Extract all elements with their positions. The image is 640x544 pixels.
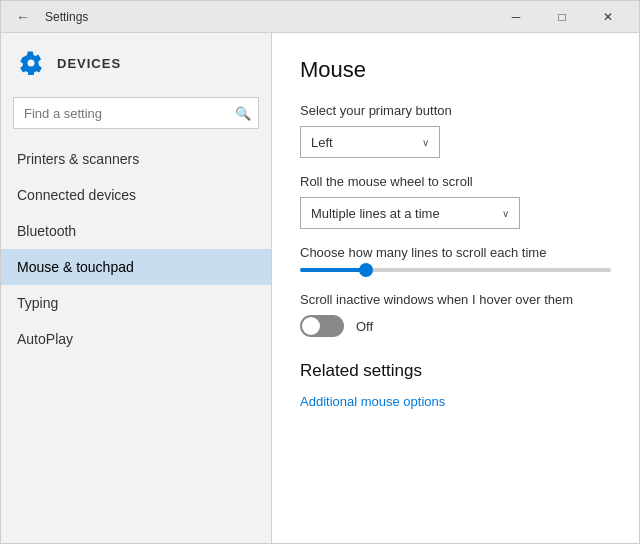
content-area: Mouse Select your primary button Left ∨ … <box>272 33 639 543</box>
toggle-knob <box>302 317 320 335</box>
toggle-row: Off <box>300 315 611 337</box>
nav-list: Printers & scanners Connected devices Bl… <box>1 141 271 357</box>
sidebar: DEVICES 🔍 Printers & scanners Connected … <box>1 33 271 543</box>
page-title: Mouse <box>300 57 611 83</box>
lines-label: Choose how many lines to scroll each tim… <box>300 245 611 260</box>
slider-fill <box>300 268 362 272</box>
window: ← Settings ─ □ ✕ DEVICES <box>0 0 640 544</box>
primary-button-row: Select your primary button Left ∨ <box>300 103 611 158</box>
sidebar-item-connected[interactable]: Connected devices <box>1 177 271 213</box>
primary-button-value: Left <box>311 135 333 150</box>
main-content: DEVICES 🔍 Printers & scanners Connected … <box>1 33 639 543</box>
scroll-inactive-toggle[interactable] <box>300 315 344 337</box>
scroll-row: Roll the mouse wheel to scroll Multiple … <box>300 174 611 229</box>
titlebar-left: ← Settings <box>9 3 88 31</box>
search-icon: 🔍 <box>235 106 251 121</box>
sidebar-item-autoplay[interactable]: AutoPlay <box>1 321 271 357</box>
scroll-label: Roll the mouse wheel to scroll <box>300 174 611 189</box>
additional-mouse-options-link[interactable]: Additional mouse options <box>300 394 445 409</box>
primary-button-dropdown[interactable]: Left ∨ <box>300 126 440 158</box>
sidebar-title: DEVICES <box>57 56 121 71</box>
sidebar-header: DEVICES <box>1 33 271 93</box>
primary-button-label: Select your primary button <box>300 103 611 118</box>
window-title: Settings <box>45 10 88 24</box>
close-button[interactable]: ✕ <box>585 1 631 33</box>
sidebar-item-typing[interactable]: Typing <box>1 285 271 321</box>
scroll-inactive-label: Scroll inactive windows when I hover ove… <box>300 292 611 307</box>
back-button[interactable]: ← <box>9 3 37 31</box>
related-settings-title: Related settings <box>300 361 611 381</box>
sidebar-item-bluetooth[interactable]: Bluetooth <box>1 213 271 249</box>
slider-thumb[interactable] <box>359 263 373 277</box>
back-icon: ← <box>16 9 30 25</box>
minimize-button[interactable]: ─ <box>493 1 539 33</box>
titlebar-controls: ─ □ ✕ <box>493 1 631 33</box>
slider-track <box>300 268 611 272</box>
scroll-dropdown-arrow-icon: ∨ <box>502 208 509 219</box>
scroll-dropdown[interactable]: Multiple lines at a time ∨ <box>300 197 520 229</box>
toggle-state-label: Off <box>356 319 373 334</box>
sidebar-item-printers[interactable]: Printers & scanners <box>1 141 271 177</box>
primary-button-arrow-icon: ∨ <box>422 137 429 148</box>
scroll-value: Multiple lines at a time <box>311 206 440 221</box>
titlebar: ← Settings ─ □ ✕ <box>1 1 639 33</box>
maximize-button[interactable]: □ <box>539 1 585 33</box>
sidebar-item-mouse[interactable]: Mouse & touchpad <box>1 249 271 285</box>
search-input[interactable] <box>13 97 259 129</box>
lines-slider-section: Choose how many lines to scroll each tim… <box>300 245 611 272</box>
gear-icon <box>17 49 45 77</box>
search-container: 🔍 <box>13 97 259 129</box>
